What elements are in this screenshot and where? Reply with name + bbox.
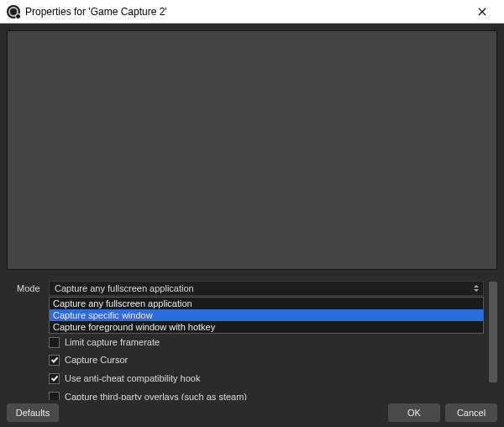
ok-button[interactable]: OK <box>388 403 440 422</box>
third-party-overlays-row[interactable]: Capture third-party overlays (such as st… <box>49 387 484 400</box>
third-party-overlays-checkbox[interactable] <box>49 392 60 401</box>
mode-option-fullscreen[interactable]: Capture any fullscreen application <box>50 298 483 309</box>
dialog-body: Mode Capture any fullscreen application … <box>0 24 504 427</box>
anti-cheat-hook-label: Use anti-cheat compatibility hook <box>65 373 200 383</box>
capture-cursor-row[interactable]: Capture Cursor <box>49 351 484 369</box>
window-close-button[interactable] <box>465 0 499 24</box>
check-icon <box>50 374 59 382</box>
properties-scrollbar[interactable] <box>489 280 497 400</box>
limit-framerate-row[interactable]: Limit capture framerate <box>49 334 484 351</box>
check-icon <box>50 356 59 364</box>
obs-app-icon <box>7 5 20 18</box>
window-title: Properties for 'Game Capture 2' <box>25 6 465 18</box>
properties-form: Mode Capture any fullscreen application … <box>7 280 497 400</box>
mode-select-value: Capture any fullscreen application <box>55 283 194 293</box>
mode-label: Mode <box>7 283 49 293</box>
titlebar: Properties for 'Game Capture 2' <box>0 0 504 24</box>
anti-cheat-hook-row[interactable]: Use anti-cheat compatibility hook <box>49 369 484 387</box>
capture-cursor-checkbox[interactable] <box>49 355 60 366</box>
limit-framerate-label: Limit capture framerate <box>65 337 160 347</box>
anti-cheat-hook-checkbox[interactable] <box>49 373 60 384</box>
defaults-button[interactable]: Defaults <box>7 403 59 422</box>
cancel-button[interactable]: Cancel <box>445 403 497 422</box>
limit-framerate-checkbox[interactable] <box>49 337 60 348</box>
select-spinner-icon <box>471 282 481 294</box>
scrollbar-thumb[interactable] <box>489 282 497 382</box>
mode-select[interactable]: Capture any fullscreen application <box>49 281 484 296</box>
source-preview <box>7 30 497 270</box>
third-party-overlays-label: Capture third-party overlays (such as st… <box>65 392 247 400</box>
capture-cursor-label: Capture Cursor <box>65 355 128 365</box>
mode-option-specific-window[interactable]: Capture specific window <box>50 309 483 321</box>
mode-option-foreground-hotkey[interactable]: Capture foreground window with hotkey <box>50 321 483 333</box>
mode-dropdown-list[interactable]: Capture any fullscreen application Captu… <box>49 297 484 334</box>
dialog-footer: Defaults OK Cancel <box>7 400 497 422</box>
close-icon <box>478 8 486 16</box>
mode-row: Mode Capture any fullscreen application <box>7 280 484 297</box>
